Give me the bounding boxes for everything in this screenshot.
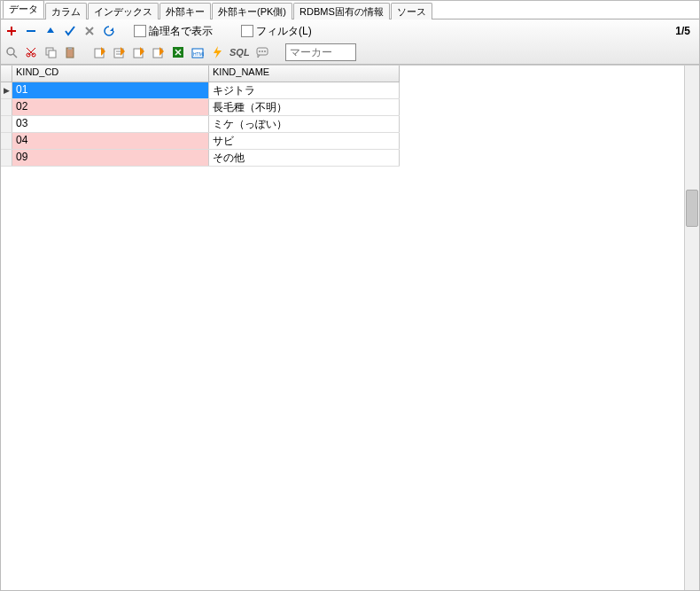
tab-5[interactable]: RDBMS固有の情報 [293, 3, 390, 19]
tab-1[interactable]: カラム [45, 3, 87, 19]
scrollbar-thumb[interactable] [686, 190, 698, 227]
export-table-icon[interactable] [113, 45, 127, 59]
table-row[interactable]: 09その他 [1, 150, 400, 167]
svg-rect-6 [68, 47, 72, 50]
vertical-scrollbar[interactable] [684, 66, 699, 590]
row-marker: ▶ [1, 82, 12, 98]
check-icon[interactable] [63, 24, 77, 38]
cell-kind-name[interactable]: サビ [209, 133, 400, 149]
tab-6[interactable]: ソース [391, 3, 432, 19]
sql-button[interactable]: SQL [229, 45, 250, 59]
app-window: データカラムインデックス外部キー外部キー(PK側)RDBMS固有の情報ソース 論… [0, 0, 700, 591]
data-grid[interactable]: KIND_CD KIND_NAME ▶01キジトラ02長毛種（不明）03ミケ（っ… [1, 66, 400, 590]
tab-0[interactable]: データ [3, 0, 44, 19]
lightning-icon[interactable] [210, 45, 224, 59]
toolbar-row-2: HTML SQL [4, 43, 696, 62]
refresh-icon[interactable] [102, 24, 116, 38]
tab-3[interactable]: 外部キー [159, 3, 211, 19]
add-icon[interactable] [4, 24, 19, 38]
logical-name-checkbox[interactable]: 論理名で表示 [134, 24, 213, 39]
search-icon[interactable] [4, 45, 19, 59]
toolbar-row-1: 論理名で表示 フィルタ(L) 1/5 [4, 21, 696, 41]
filter-label: フィルタ(L) [256, 24, 312, 39]
row-marker [1, 150, 12, 166]
remove-icon[interactable] [24, 24, 38, 38]
marker-input[interactable] [285, 43, 356, 61]
copy-icon[interactable] [43, 45, 58, 59]
cancel-icon[interactable] [82, 24, 97, 38]
export-csv-icon[interactable] [93, 45, 107, 59]
cell-kind-cd[interactable]: 09 [12, 150, 209, 166]
toolbar: 論理名で表示 フィルタ(L) 1/5 HTML SQL [1, 19, 699, 65]
export-sql-icon[interactable] [132, 45, 146, 59]
column-header-kind-cd[interactable]: KIND_CD [12, 66, 209, 82]
svg-point-17 [264, 51, 266, 52]
export-html-icon[interactable]: HTML [191, 45, 205, 59]
cell-kind-cd[interactable]: 01 [12, 82, 209, 98]
cell-kind-name[interactable]: その他 [209, 150, 400, 166]
column-header-kind-name[interactable]: KIND_NAME [209, 66, 400, 82]
table-row[interactable]: ▶01キジトラ [1, 82, 400, 99]
table-row[interactable]: 02長毛種（不明） [1, 99, 400, 116]
export-file-icon[interactable] [152, 45, 166, 59]
tab-bar: データカラムインデックス外部キー外部キー(PK側)RDBMS固有の情報ソース [1, 1, 699, 19]
paging-indicator: 1/5 [675, 25, 696, 37]
export-excel-icon[interactable] [171, 45, 185, 59]
cell-kind-cd[interactable]: 04 [12, 133, 209, 149]
row-marker-header [1, 66, 12, 82]
svg-point-16 [261, 51, 263, 52]
tab-4[interactable]: 外部キー(PK側) [212, 3, 292, 19]
table-row[interactable]: 04サビ [1, 133, 400, 150]
table-row[interactable]: 03ミケ（っぽい） [1, 116, 400, 133]
grid-header: KIND_CD KIND_NAME [1, 66, 400, 82]
logical-name-label: 論理名で表示 [149, 24, 213, 39]
tab-2[interactable]: インデックス [88, 3, 159, 19]
svg-text:HTML: HTML [193, 51, 204, 57]
cell-kind-cd[interactable]: 03 [12, 116, 209, 132]
paste-icon[interactable] [63, 45, 77, 59]
up-icon[interactable] [43, 24, 58, 38]
cut-icon[interactable] [24, 45, 38, 59]
row-marker [1, 133, 12, 149]
cell-kind-cd[interactable]: 02 [12, 99, 209, 115]
svg-point-0 [7, 48, 14, 55]
svg-point-15 [259, 51, 261, 52]
filter-checkbox[interactable]: フィルタ(L) [241, 24, 312, 39]
row-marker [1, 116, 12, 132]
comment-icon[interactable] [255, 45, 269, 59]
grid-body: ▶01キジトラ02長毛種（不明）03ミケ（っぽい）04サビ09その他 [1, 82, 400, 167]
cell-kind-name[interactable]: 長毛種（不明） [209, 99, 400, 115]
row-marker [1, 99, 12, 115]
grid-wrap: KIND_CD KIND_NAME ▶01キジトラ02長毛種（不明）03ミケ（っ… [1, 65, 699, 590]
cell-kind-name[interactable]: キジトラ [209, 82, 400, 98]
svg-rect-4 [49, 51, 56, 58]
grid-blank [400, 66, 684, 590]
cell-kind-name[interactable]: ミケ（っぽい） [209, 116, 400, 132]
